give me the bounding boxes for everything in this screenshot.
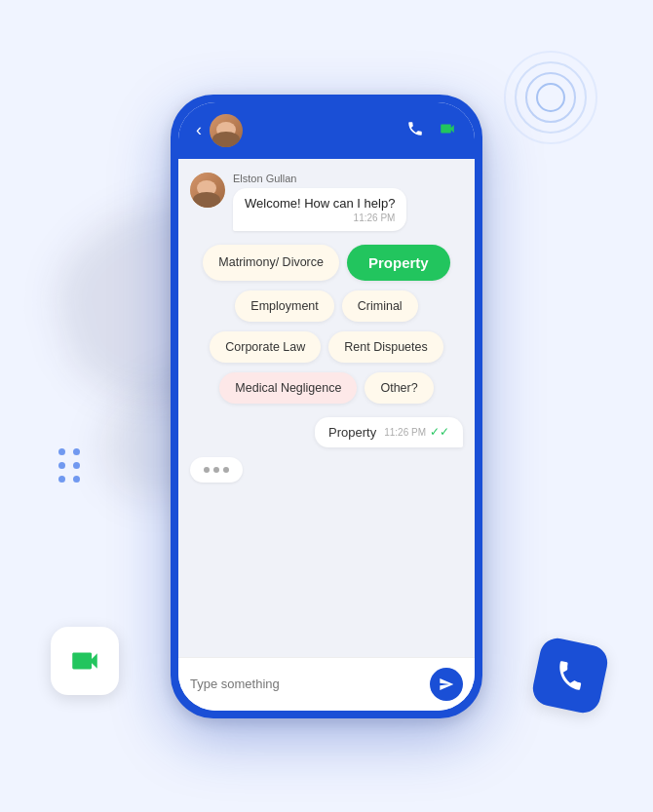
- sent-message: Property 11:26 PM ✓✓: [315, 417, 463, 447]
- sender-name: Elston Gullan: [233, 173, 406, 184]
- dot-3: [58, 462, 65, 469]
- agent-avatar: [190, 173, 225, 208]
- agent-avatar-face: [190, 173, 225, 208]
- chip-employment[interactable]: Employment: [235, 290, 333, 322]
- phone-frame: ‹: [171, 95, 482, 718]
- double-check-icon: ✓✓: [430, 425, 449, 439]
- chip-medical[interactable]: Medical Negligence: [219, 372, 357, 404]
- chat-area: Elston Gullan Welcome! How can I help? 1…: [178, 159, 475, 657]
- typing-dot-2: [213, 467, 219, 473]
- sent-meta: 11:26 PM ✓✓: [384, 425, 449, 439]
- sent-time: 11:26 PM: [384, 427, 426, 438]
- sent-text: Property: [328, 425, 376, 440]
- send-button[interactable]: [430, 668, 463, 701]
- decorative-dots: [58, 448, 81, 483]
- chip-criminal[interactable]: Criminal: [342, 290, 418, 322]
- dot-2: [73, 448, 80, 455]
- topbar-left: ‹: [196, 114, 243, 147]
- arc-4: [504, 51, 597, 144]
- dot-6: [73, 476, 80, 483]
- chips-row-4: Medical Negligence Other?: [190, 372, 463, 404]
- typing-dot-3: [223, 467, 229, 473]
- chip-matrimony[interactable]: Matrimony/ Divorce: [203, 245, 339, 281]
- scene: ‹: [0, 0, 653, 812]
- video-call-icon[interactable]: [438, 120, 457, 141]
- topbar-actions: [406, 120, 457, 141]
- phone-topbar: ‹: [178, 102, 475, 159]
- welcome-time: 11:26 PM: [245, 213, 395, 223]
- back-button[interactable]: ‹: [196, 120, 202, 140]
- dot-1: [58, 448, 65, 455]
- typing-dot-1: [204, 467, 210, 473]
- chip-other[interactable]: Other?: [365, 372, 433, 404]
- chip-corporate[interactable]: Corporate Law: [210, 331, 321, 363]
- welcome-bubble-content: Elston Gullan Welcome! How can I help? 1…: [233, 173, 406, 231]
- float-phone-card[interactable]: [529, 635, 610, 715]
- typing-indicator: [190, 457, 243, 483]
- concentric-arcs: [507, 54, 595, 141]
- dot-5: [58, 476, 65, 483]
- welcome-bubble-text: Welcome! How can I help? 11:26 PM: [233, 188, 406, 231]
- welcome-text: Welcome! How can I help?: [245, 196, 395, 211]
- welcome-message: Elston Gullan Welcome! How can I help? 1…: [190, 173, 406, 231]
- dot-4: [73, 462, 80, 469]
- chip-property[interactable]: Property: [347, 245, 450, 281]
- float-video-card[interactable]: [51, 627, 119, 695]
- input-bar: [178, 657, 475, 711]
- message-input[interactable]: [190, 677, 422, 691]
- chip-rent[interactable]: Rent Dispuetes: [328, 331, 442, 363]
- chips-grid: Matrimony/ Divorce Property Employment C…: [190, 241, 463, 407]
- phone-call-icon[interactable]: [406, 120, 424, 141]
- phone-screen: ‹: [178, 102, 475, 711]
- chips-row-3: Corporate Law Rent Dispuetes: [190, 331, 463, 363]
- chips-row-2: Employment Criminal: [190, 290, 463, 322]
- chips-row-1: Matrimony/ Divorce Property: [190, 245, 463, 281]
- contact-avatar: [210, 114, 243, 147]
